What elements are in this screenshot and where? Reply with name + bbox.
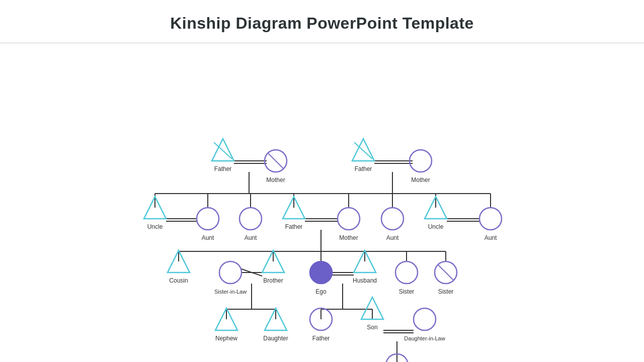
label-nephew: Nephew [215, 335, 237, 342]
label-cousin: Cousin [169, 277, 188, 284]
slide: Kinship Diagram PowerPoint Template [0, 0, 644, 362]
label-daughter-bro: Daughter [263, 335, 288, 342]
label-brother: Brother [263, 277, 283, 284]
node-sister1: Sister [395, 261, 418, 295]
svg-point-53 [197, 208, 219, 230]
title-area: Kinship Diagram PowerPoint Template [0, 0, 644, 38]
label-husband: Husband [353, 277, 377, 284]
node-ego: Ego [310, 261, 332, 295]
label-aunt-left2: Aunt [245, 234, 257, 241]
svg-point-61 [219, 261, 242, 284]
node-aunt-left1: Aunt [197, 208, 219, 241]
node-aunt-right2: Aunt [479, 208, 502, 241]
label-father-maternal: Father [355, 165, 372, 172]
divider [0, 43, 644, 43]
label-aunt-left1: Aunt [202, 234, 214, 241]
label-son: Son [367, 324, 377, 331]
label-sister2: Sister [438, 288, 454, 295]
label-father-paternal: Father [214, 165, 232, 172]
label-aunt-right2: Aunt [485, 234, 497, 241]
label-ego: Ego [315, 288, 327, 295]
kinship-diagram: Father Mother Father Mother [0, 60, 644, 362]
diagram-area: Father Mother Father Mother [0, 60, 644, 362]
svg-point-57 [381, 208, 404, 230]
label-father-child: Father [312, 335, 330, 342]
node-mother: Mother [338, 208, 360, 241]
label-sister-in-law: Sister-in-Law [214, 289, 247, 295]
node-sister-in-law: Sister-in-Law [214, 261, 247, 295]
label-sister1: Sister [399, 288, 415, 295]
node-aunt-right1: Aunt [381, 208, 404, 241]
label-aunt-right1: Aunt [386, 234, 399, 241]
label-mother-paternal: Mother [266, 176, 285, 184]
label-uncle-right: Uncle [428, 223, 444, 230]
node-daughter-in-law: Daughter-in-Law [404, 308, 445, 341]
page-title: Kinship Diagram PowerPoint Template [0, 14, 644, 33]
node-father-paternal: Father [212, 139, 234, 172]
node-aunt-left2: Aunt [239, 208, 262, 241]
svg-point-59 [479, 208, 502, 230]
svg-point-65 [395, 261, 418, 284]
svg-point-51 [410, 150, 432, 172]
svg-point-54 [239, 208, 262, 230]
label-uncle-left: Uncle [147, 223, 163, 230]
node-father-maternal: Father [352, 139, 374, 172]
label-daughter-in-law: Daughter-in-Law [404, 335, 445, 341]
svg-line-48 [268, 153, 283, 168]
svg-point-56 [338, 208, 360, 230]
label-mother: Mother [339, 234, 358, 241]
svg-point-72 [414, 308, 436, 330]
svg-point-63 [310, 261, 332, 284]
node-mother-maternal: Mother [410, 150, 432, 184]
node-mother-paternal: Mother [265, 150, 287, 184]
node-sister2: Sister [435, 261, 457, 295]
label-mother-maternal: Mother [411, 176, 430, 184]
svg-line-67 [438, 265, 453, 280]
label-father: Father [285, 223, 303, 230]
